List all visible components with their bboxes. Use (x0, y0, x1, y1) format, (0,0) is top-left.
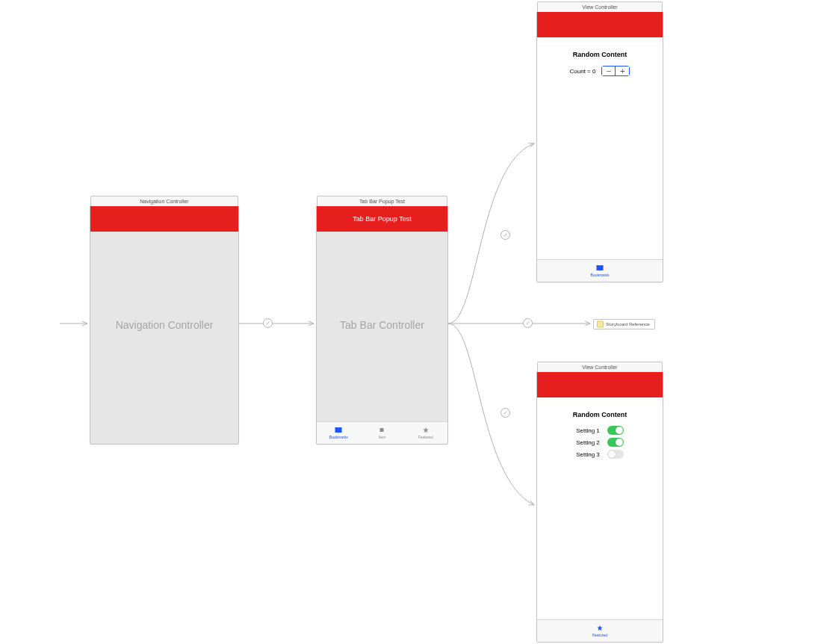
navbar (537, 12, 663, 37)
tabitem-item[interactable]: Item (360, 422, 403, 444)
scene-title: Navigation Controller (90, 196, 238, 206)
scene-body-label: Navigation Controller (90, 319, 238, 331)
stepper-minus-button[interactable]: − (602, 66, 616, 75)
featured-icon (595, 625, 604, 632)
tabitem-label: Bookmarks (590, 273, 609, 277)
count-stepper[interactable]: − + (601, 66, 630, 76)
section-title: Random Content (537, 411, 663, 418)
scene-body: Random Content Setting 1 Setting 2 Setti… (537, 397, 663, 619)
tabitem-bookmarks[interactable]: Bookmarks (537, 260, 663, 282)
scene-view-controller-counter[interactable]: View Controller Random Content Count = 0… (536, 11, 663, 282)
segue-badge-vc1[interactable] (501, 230, 510, 240)
counter-row: Count = 0 − + (537, 66, 663, 76)
storyboard-canvas[interactable]: Navigation Controller Navigation Control… (0, 0, 815, 644)
scene-navigation-controller[interactable]: Navigation Controller Navigation Control… (90, 205, 239, 445)
segue-badge-vc2[interactable] (501, 408, 510, 418)
scene-title: View Controller (537, 1, 663, 12)
setting-switch-3[interactable] (607, 450, 624, 459)
tabitem-label: Featured (418, 435, 433, 439)
segue-badge-root[interactable] (263, 318, 273, 328)
tab-bar: Featured (537, 619, 663, 642)
count-label: Count = 0 (570, 68, 596, 75)
section-title: Random Content (537, 51, 663, 58)
tabitem-label: Item (379, 435, 386, 439)
setting-row-2: Setting 2 (537, 438, 663, 447)
item-icon (377, 427, 386, 434)
setting-label: Setting 2 (576, 439, 600, 446)
scene-body: Random Content Count = 0 − + (537, 37, 663, 259)
stepper-plus-button[interactable]: + (616, 66, 629, 75)
setting-row-1: Setting 1 (537, 426, 663, 435)
segue-badge-storyref[interactable] (523, 318, 533, 328)
setting-switch-1[interactable] (607, 426, 624, 435)
storyboard-reference-label: Storyboard Reference (606, 322, 650, 326)
scene-title: View Controller (537, 362, 663, 372)
setting-row-3: Setting 3 (537, 450, 663, 459)
setting-switch-2[interactable] (607, 438, 624, 447)
scene-tab-bar-controller[interactable]: Tab Bar Popup Test Tab Bar Popup Test Ta… (316, 205, 448, 445)
scene-body-label: Tab Bar Controller (317, 319, 447, 331)
tabitem-bookmarks[interactable]: Bookmarks (317, 422, 360, 444)
tabitem-label: Featured (592, 633, 607, 637)
navbar: Tab Bar Popup Test (317, 206, 447, 232)
tab-bar: Bookmarks Item Featured (317, 421, 447, 444)
featured-icon (421, 427, 430, 434)
bookmarks-icon (595, 264, 604, 272)
tabitem-featured[interactable]: Featured (537, 620, 663, 642)
scene-view-controller-settings[interactable]: View Controller Random Content Setting 1… (536, 371, 663, 643)
scene-title: Tab Bar Popup Test (317, 196, 447, 206)
setting-label: Setting 3 (576, 451, 600, 458)
navbar (537, 372, 663, 397)
navbar (90, 206, 238, 232)
setting-label: Setting 1 (576, 427, 600, 434)
svg-rect-0 (380, 428, 384, 432)
tab-bar: Bookmarks (537, 259, 663, 282)
tabitem-featured[interactable]: Featured (404, 422, 447, 444)
tabitem-label: Bookmarks (329, 435, 348, 439)
storyboard-reference[interactable]: Storyboard Reference (593, 319, 655, 329)
bookmarks-icon (334, 427, 343, 434)
